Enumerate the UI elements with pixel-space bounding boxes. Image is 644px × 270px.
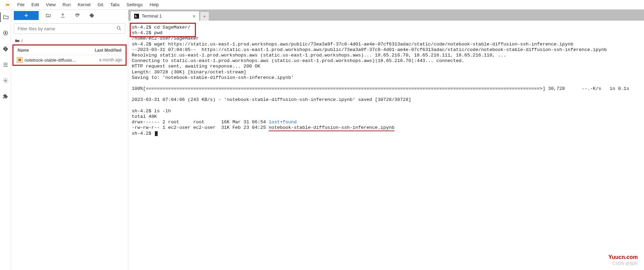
new-launcher-button[interactable]: [14, 11, 39, 20]
activity-bar: [0, 10, 11, 270]
upload-icon[interactable]: [58, 11, 68, 20]
breadcrumb-root: /: [21, 38, 23, 43]
watermark-site: Yuucn.com: [608, 254, 638, 260]
filter-files-input[interactable]: [14, 23, 125, 34]
activity-running-icon[interactable]: [0, 28, 11, 38]
file-list-header: Name Last Modified: [13, 45, 126, 55]
notebook-file: notebook-stable-diffusion-ssh-inference.…: [269, 125, 395, 131]
col-name[interactable]: Name: [18, 48, 95, 53]
search-icon: [116, 25, 122, 32]
work-area: $_ Terminal 1 × + sh-4.2$ cd SageMaker/ …: [128, 10, 644, 270]
activity-toc-icon[interactable]: [0, 60, 11, 70]
git-tool-icon[interactable]: [87, 11, 97, 20]
tab-label: Terminal 1: [142, 14, 162, 19]
file-name: notebook-stable-diffusio…: [24, 58, 96, 63]
tab-bar: $_ Terminal 1 × +: [128, 10, 644, 21]
terminal[interactable]: sh-4.2$ cd SageMaker/ sh-4.2$ pwd /home/…: [128, 21, 644, 270]
breadcrumb[interactable]: /: [11, 36, 128, 45]
svg-rect-1: [4, 32, 6, 34]
menu-tabs[interactable]: Tabs: [107, 1, 123, 9]
menu-bar: File Edit View Run Kernel Git Tabs Setti…: [0, 0, 644, 10]
jupyter-logo-icon: [4, 1, 11, 8]
file-toolbar: [11, 10, 128, 21]
menu-edit[interactable]: Edit: [28, 1, 42, 9]
activity-git-icon[interactable]: [0, 44, 11, 54]
svg-point-10: [117, 27, 120, 29]
activity-extension-icon[interactable]: [0, 92, 11, 101]
file-row[interactable]: notebook-stable-diffusio… a month ago: [13, 55, 126, 65]
col-modified[interactable]: Last Modified: [95, 48, 121, 53]
menu-kernel[interactable]: Kernel: [74, 1, 94, 9]
file-browser-panel: / Name Last Modified notebook-stable-dif…: [11, 10, 128, 270]
tab-terminal-1[interactable]: $_ Terminal 1 ×: [130, 11, 199, 21]
terminal-cursor: [155, 131, 158, 136]
add-tab-button[interactable]: +: [200, 12, 209, 21]
menu-git[interactable]: Git: [94, 1, 107, 9]
menu-settings[interactable]: Settings: [123, 1, 146, 9]
menu-view[interactable]: View: [42, 1, 59, 9]
new-folder-icon[interactable]: [43, 11, 53, 20]
activity-commands-icon[interactable]: [0, 76, 11, 85]
activity-folder-icon[interactable]: [0, 12, 11, 22]
close-icon[interactable]: ×: [192, 13, 196, 19]
lost-found-link: lost+found: [269, 120, 297, 125]
notebook-icon: [17, 57, 22, 63]
watermark-csdn: CSDN @指剑: [612, 261, 638, 267]
terminal-icon: $_: [134, 14, 139, 19]
menu-help[interactable]: Help: [146, 1, 162, 9]
menu-run[interactable]: Run: [59, 1, 74, 9]
svg-point-5: [4, 80, 6, 82]
menu-file[interactable]: File: [14, 1, 28, 9]
file-modified: a month ago: [96, 58, 122, 62]
refresh-icon[interactable]: [72, 11, 82, 20]
svg-line-11: [120, 29, 121, 30]
